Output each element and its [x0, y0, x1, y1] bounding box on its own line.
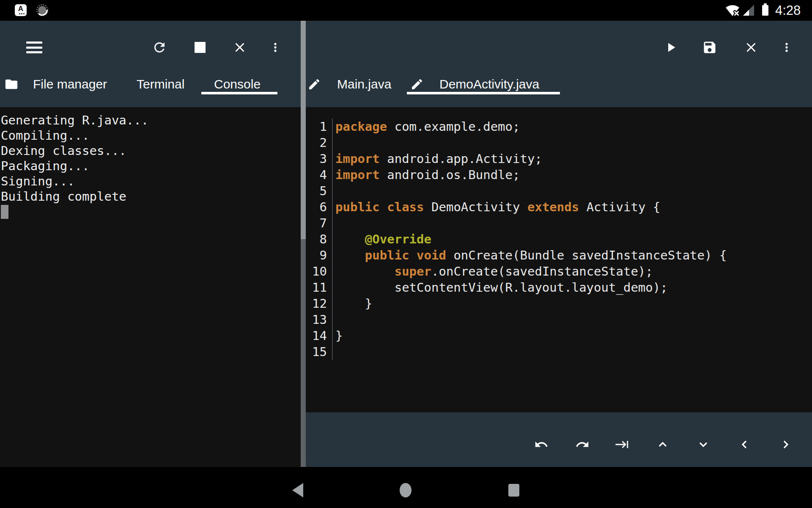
- home-icon[interactable]: [400, 483, 411, 497]
- stop-button[interactable]: [195, 42, 206, 53]
- code-line-text: [333, 215, 335, 231]
- code-line: 13: [306, 312, 812, 328]
- code-line-text: package com.example.demo;: [333, 119, 520, 135]
- code-line: 12 }: [306, 295, 812, 312]
- code-line: 6public class DemoActivity extends Activ…: [306, 199, 812, 215]
- code-line-text: [333, 135, 335, 151]
- console-line: Compiling...: [1, 128, 301, 143]
- line-number: 12: [306, 295, 333, 312]
- more-vert-icon: [269, 41, 282, 54]
- line-number: 11: [306, 279, 333, 295]
- edit-icon: [307, 77, 321, 91]
- code-line-text: import android.app.Activity;: [333, 151, 542, 167]
- save-button[interactable]: [702, 40, 717, 55]
- console-tab-underline: [201, 92, 277, 94]
- code-line: 4import android.os.Bundle;: [306, 167, 812, 183]
- code-line: 14}: [306, 328, 812, 344]
- chevron-right-icon: [778, 437, 793, 452]
- console-line: Generating R.java...: [1, 113, 301, 128]
- close-icon: [743, 40, 759, 55]
- code-line: 1package com.example.demo;: [306, 119, 812, 135]
- battery-icon: [762, 5, 768, 16]
- editor-panel-header: Main.java DemoActivity.java: [306, 21, 812, 107]
- redo-button[interactable]: [575, 437, 590, 452]
- recents-icon[interactable]: [508, 484, 519, 497]
- refresh-icon: [152, 40, 167, 55]
- menu-button[interactable]: [26, 41, 42, 53]
- code-line-text: super.onCreate(savedInstanceState);: [333, 263, 653, 279]
- spinner-icon: [36, 4, 49, 17]
- line-number: 3: [306, 151, 333, 167]
- code-line: 7: [306, 215, 812, 231]
- code-line-text: }: [333, 328, 343, 344]
- line-number: 14: [306, 328, 333, 344]
- line-number: 15: [306, 344, 333, 360]
- left-overflow-menu-button[interactable]: [269, 41, 282, 54]
- console-output[interactable]: Generating R.java...Compiling...Dexing c…: [0, 107, 301, 467]
- tab-file-manager[interactable]: File manager: [33, 76, 107, 92]
- code-line-text: [333, 312, 335, 328]
- signal-icon: [743, 5, 754, 16]
- app-badge-letter: A: [15, 5, 27, 13]
- tab-main-java[interactable]: Main.java: [337, 76, 391, 92]
- code-editor[interactable]: 1package com.example.demo;23import andro…: [306, 107, 812, 412]
- code-line: 8 @Override: [306, 231, 812, 247]
- code-line: 9 public void onCreate(Bundle savedInsta…: [306, 247, 812, 263]
- wifi-off-icon: [725, 3, 740, 17]
- indent-button[interactable]: [615, 437, 629, 452]
- right-overflow-menu-button[interactable]: [780, 41, 793, 54]
- redo-icon: [575, 437, 590, 452]
- console-panel-header: File manager Terminal Console: [0, 21, 301, 107]
- run-button[interactable]: [663, 40, 678, 55]
- line-number: 2: [306, 135, 333, 151]
- move-up-button[interactable]: [656, 437, 670, 452]
- code-line: 3import android.app.Activity;: [306, 151, 812, 167]
- undo-button[interactable]: [534, 437, 549, 452]
- stop-icon: [195, 42, 206, 53]
- close-console-button[interactable]: [232, 40, 247, 55]
- app-badge-dots: [23, 13, 25, 14]
- run-icon: [663, 40, 678, 55]
- code-line-text: }: [333, 295, 372, 312]
- back-icon[interactable]: [292, 483, 303, 497]
- chevron-down-icon: [696, 437, 710, 452]
- panel-divider[interactable]: [301, 21, 306, 467]
- tab-demoactivity-java[interactable]: DemoActivity.java: [439, 76, 539, 92]
- editor-panel: Main.java DemoActivity.java 1package com…: [306, 21, 812, 467]
- editor-toolbar: [306, 412, 812, 467]
- code-line-text: [333, 183, 335, 199]
- app-badge-icon: A: [15, 4, 27, 16]
- move-left-button[interactable]: [738, 437, 752, 452]
- demoactivity-tab-underline: [407, 92, 560, 94]
- chevron-left-icon: [738, 437, 752, 452]
- code-line: 11 setContentView(R.layout.layout_demo);: [306, 279, 812, 295]
- move-down-button[interactable]: [696, 437, 710, 452]
- tab-console[interactable]: Console: [214, 76, 261, 92]
- code-line: 2: [306, 135, 812, 151]
- app-window: File manager Terminal Console Generating…: [0, 21, 812, 467]
- edit-icon: [410, 77, 424, 91]
- save-icon: [702, 40, 717, 55]
- line-number: 10: [306, 263, 333, 279]
- code-line-text: public class DemoActivity extends Activi…: [333, 199, 660, 215]
- close-icon: [232, 40, 247, 55]
- console-cursor: [1, 205, 8, 219]
- code-line-text: setContentView(R.layout.layout_demo);: [333, 279, 668, 295]
- line-number: 9: [306, 247, 333, 263]
- console-line: Signing...: [1, 174, 301, 189]
- android-nav-bar: [0, 467, 812, 508]
- refresh-button[interactable]: [152, 40, 167, 55]
- move-right-button[interactable]: [778, 437, 793, 452]
- status-bar: A 4:28: [0, 0, 812, 21]
- close-editor-button[interactable]: [743, 40, 759, 55]
- code-line: 15: [306, 344, 812, 360]
- line-number: 4: [306, 167, 333, 183]
- code-line-text: [333, 344, 335, 360]
- line-number: 8: [306, 231, 333, 247]
- console-line: Building complete: [1, 189, 301, 204]
- line-number: 6: [306, 199, 333, 215]
- undo-icon: [534, 437, 549, 452]
- tab-terminal[interactable]: Terminal: [137, 76, 184, 92]
- chevron-up-icon: [656, 437, 670, 452]
- console-line: Dexing classes...: [1, 143, 301, 158]
